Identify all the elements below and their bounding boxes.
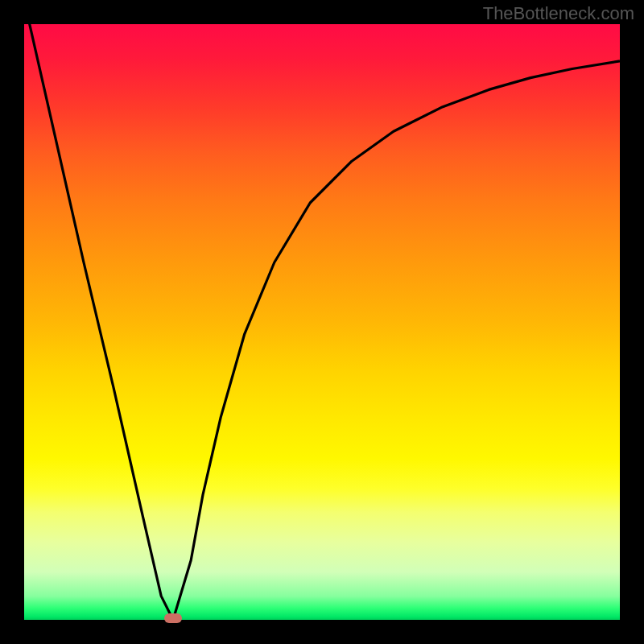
plot-background [24,24,620,620]
watermark-text: TheBottleneck.com [483,3,634,24]
optimal-marker [164,613,182,623]
